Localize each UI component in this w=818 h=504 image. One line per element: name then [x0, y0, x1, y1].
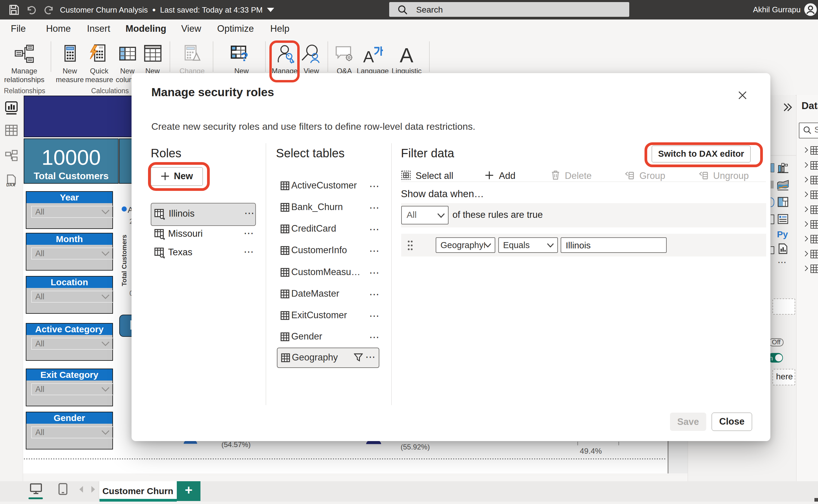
svg-text:A: A	[400, 44, 413, 64]
svg-text:A: A	[363, 48, 374, 64]
svg-text:?: ?	[241, 50, 248, 62]
svg-text:DAX: DAX	[6, 182, 15, 187]
